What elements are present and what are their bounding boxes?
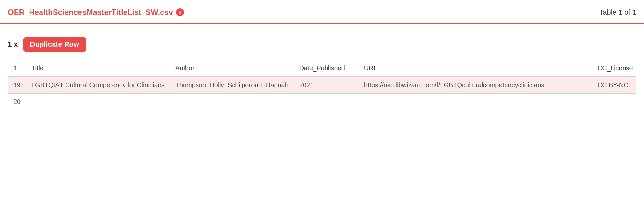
filename-wrap: OER_HealthSciencesMasterTitleList_SW.csv… (8, 8, 184, 17)
table-row[interactable]: 20 (8, 94, 637, 110)
col-date-published[interactable]: Date_Published (294, 60, 359, 77)
table-counter: Table 1 of 1 (599, 8, 636, 17)
col-url[interactable]: URL (359, 60, 592, 77)
cell-title[interactable]: LGBTQIA+ Cultural Competency for Clinici… (26, 77, 170, 94)
col-cc-license[interactable]: CC_License (592, 60, 636, 77)
cell-date-published[interactable] (294, 94, 359, 110)
col-author[interactable]: Author (170, 60, 294, 77)
page-header: OER_HealthSciencesMasterTitleList_SW.csv… (0, 0, 644, 24)
col-rownum[interactable]: 1 (8, 60, 26, 77)
table-row[interactable]: 19LGBTQIA+ Cultural Competency for Clini… (8, 77, 637, 94)
file-name[interactable]: OER_HealthSciencesMasterTitleList_SW.csv (8, 8, 173, 17)
table-body: 19LGBTQIA+ Cultural Competency for Clini… (8, 77, 637, 110)
table-scroll[interactable]: 1 Title Author Date_Published URL CC_Lic… (8, 60, 636, 110)
cell-author[interactable] (170, 94, 294, 110)
cell-rownum[interactable]: 20 (8, 94, 26, 110)
cell-url[interactable]: https://usc.libwizard.com/f/LGBTQcultura… (359, 77, 592, 94)
cell-url[interactable] (359, 94, 592, 110)
duplicate-row-button[interactable]: Duplicate Row (23, 37, 87, 52)
file-badge: 1 (176, 8, 184, 16)
action-row: 1 x Duplicate Row (8, 37, 636, 52)
col-title[interactable]: Title (26, 60, 170, 77)
cell-title[interactable] (26, 94, 170, 110)
cell-author[interactable]: Thompson, Holly; Schilperoort, Hannah (170, 77, 294, 94)
cell-cc-license[interactable] (592, 94, 636, 110)
duplicate-count-label: 1 x (8, 40, 18, 49)
data-table: 1 Title Author Date_Published URL CC_Lic… (8, 60, 636, 110)
cell-cc-license[interactable]: CC BY-NC (592, 77, 636, 94)
main-section: 1 x Duplicate Row 1 Title Author Date_Pu… (0, 24, 644, 113)
cell-date-published[interactable]: 2021 (294, 77, 359, 94)
table-header-row: 1 Title Author Date_Published URL CC_Lic… (8, 60, 637, 77)
cell-rownum[interactable]: 19 (8, 77, 26, 94)
